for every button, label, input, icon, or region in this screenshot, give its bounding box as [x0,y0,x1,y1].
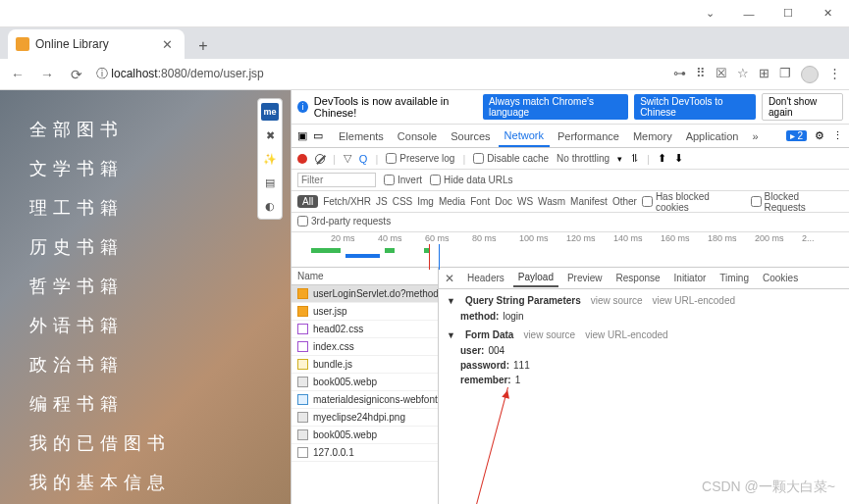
tab-elements[interactable]: Elements [333,126,390,146]
request-row[interactable]: head02.css [292,321,438,338]
dtab-response[interactable]: Response [611,270,665,286]
extension-icon[interactable]: ⊞ [759,66,769,83]
star-icon[interactable]: ☆ [737,66,749,83]
tab-application[interactable]: Application [680,126,745,146]
throttling-select[interactable]: No throttling [557,153,610,164]
chevron-down-icon[interactable]: ⌄ [690,2,729,25]
puzzle-icon[interactable]: ❐ [779,66,791,83]
tab-network[interactable]: Network [499,126,550,147]
sidebar-item-3[interactable]: 历史书籍 [0,227,291,267]
sidebar-item-6[interactable]: 政治书籍 [0,345,291,384]
filter-other[interactable]: Other [612,196,637,207]
filter-ws[interactable]: WS [517,196,533,207]
blocked-cookies-checkbox[interactable]: Has blocked cookies [642,191,746,213]
hide-data-urls-checkbox[interactable]: Hide data URLs [430,175,513,185]
sidebar-item-7[interactable]: 编程书籍 [0,384,291,424]
request-row[interactable]: book005.webp [292,374,438,391]
new-tab-button[interactable]: + [190,33,216,59]
maximize-button[interactable]: ☐ [769,2,808,25]
filter-media[interactable]: Media [439,196,465,207]
collapse-icon[interactable]: ▼ [447,296,455,306]
filter-input[interactable] [297,173,376,187]
invert-checkbox[interactable]: Invert [384,175,422,185]
sidebar-item-0[interactable]: 全部图书 [0,110,291,149]
record-button[interactable] [297,154,307,164]
inspect-icon[interactable]: ▣ [297,129,307,142]
tab-console[interactable]: Console [392,126,443,146]
request-row[interactable]: book005.webp [292,427,438,444]
view-source-link[interactable]: view source [523,329,575,340]
filter-all[interactable]: All [297,195,318,208]
reload-button[interactable]: ⟳ [67,67,86,82]
tab-more[interactable]: » [746,126,764,146]
close-detail-icon[interactable]: ✕ [445,272,458,285]
more-icon[interactable]: ⋮ [832,129,843,142]
menu-icon[interactable]: ⋮ [828,66,841,83]
dtab-preview[interactable]: Preview [562,270,608,286]
throttle-caret[interactable]: ▾ [617,154,622,164]
sidebar-item-9[interactable]: 我的基本信息 [0,463,291,502]
preserve-log-checkbox[interactable]: Preserve log [386,153,454,164]
filter-manifest[interactable]: Manifest [570,196,608,207]
close-button[interactable]: ✕ [808,2,847,25]
tool-icon-3[interactable]: ▤ [261,174,279,191]
view-source-link[interactable]: view source [591,295,643,306]
filter-icon[interactable]: ▽ [344,152,351,165]
switch-chinese-button[interactable]: Switch DevTools to Chinese [634,94,756,120]
browser-tab[interactable]: Online Library ✕ [8,29,185,59]
translate-icon[interactable]: ⠿ [696,66,706,83]
filter-wasm[interactable]: Wasm [538,196,565,207]
sidebar-item-8[interactable]: 我的已借图书 [0,424,291,463]
filter-fetch[interactable]: Fetch/XHR [323,196,371,207]
wifi-icon[interactable]: ⥮ [630,152,639,165]
profile-avatar[interactable] [801,66,819,83]
tab-memory[interactable]: Memory [627,126,678,146]
blocked-requests-checkbox[interactable]: Blocked Requests [751,191,844,213]
request-row[interactable]: bundle.js [292,356,438,374]
match-language-button[interactable]: Always match Chrome's language [483,94,628,120]
settings-icon[interactable]: ⚙ [815,129,824,142]
dont-show-button[interactable]: Don't show again [762,93,843,121]
filter-js[interactable]: JS [376,196,388,207]
forward-button[interactable]: → [37,67,57,82]
minimize-button[interactable]: — [729,2,769,25]
tab-performance[interactable]: Performance [552,126,625,146]
share-icon[interactable]: ☒ [716,66,727,83]
dtab-initiator[interactable]: Initiator [669,270,712,286]
download-icon[interactable]: ⬇ [674,152,683,165]
me-icon[interactable]: me [261,103,279,121]
view-url-link[interactable]: view URL-encoded [653,295,736,306]
request-row[interactable]: 127.0.0.1 [292,444,438,462]
collapse-icon[interactable]: ▼ [447,330,455,340]
filter-font[interactable]: Font [470,196,490,207]
view-url-link[interactable]: view URL-encoded [585,329,668,340]
tool-icon-2[interactable]: ✨ [261,150,279,168]
tab-sources[interactable]: Sources [445,126,496,146]
request-row[interactable]: myeclipse24hdpi.png [292,409,438,427]
request-row[interactable]: userLoginServlet.do?method=l... [292,285,438,303]
filter-img[interactable]: Img [417,196,434,207]
dtab-payload[interactable]: Payload [513,269,558,287]
dtab-cookies[interactable]: Cookies [758,270,803,286]
request-row[interactable]: materialdesignicons-webfont... [292,391,438,409]
close-tab-icon[interactable]: ✕ [158,37,177,52]
search-icon[interactable]: Q [359,153,368,165]
filter-css[interactable]: CSS [393,196,413,207]
key-icon[interactable]: ⊶ [673,66,686,83]
sidebar-item-2[interactable]: 理工书籍 [0,188,291,227]
network-timeline[interactable]: 20 ms40 ms60 ms80 ms100 ms120 ms140 ms16… [292,232,849,268]
back-button[interactable]: ← [8,67,27,82]
tool-icon-1[interactable]: ✖ [261,126,279,144]
request-row[interactable]: index.css [292,338,438,356]
disable-cache-checkbox[interactable]: Disable cache [473,153,549,164]
sidebar-item-1[interactable]: 文学书籍 [0,149,291,188]
clear-button[interactable] [315,154,325,164]
third-party-checkbox[interactable]: 3rd-party requests [297,216,391,227]
filter-doc[interactable]: Doc [495,196,512,207]
upload-icon[interactable]: ⬆ [658,152,666,165]
sidebar-item-5[interactable]: 外语书籍 [0,306,291,345]
device-icon[interactable]: ▭ [313,129,323,142]
dtab-timing[interactable]: Timing [715,270,754,286]
request-row[interactable]: user.jsp [292,303,438,321]
address-bar[interactable]: ⓘ localhost:8080/demo/user.jsp [96,66,663,82]
